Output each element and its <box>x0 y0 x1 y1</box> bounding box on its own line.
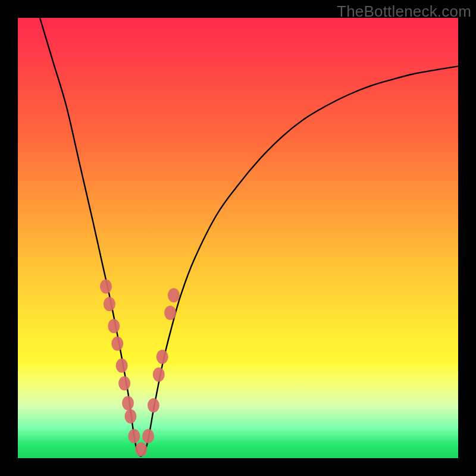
bead-point <box>122 396 134 411</box>
bead-point <box>142 429 154 443</box>
bead-point <box>111 337 123 351</box>
watermark-text: TheBottleneck.com <box>337 2 471 21</box>
bead-point <box>153 367 165 381</box>
plot-area <box>18 18 458 458</box>
bead-point <box>100 279 112 293</box>
bead-point <box>108 319 120 333</box>
bead-point <box>135 442 147 456</box>
bead-point <box>156 350 168 364</box>
chart-frame: TheBottleneck.com <box>0 0 476 476</box>
bead-point <box>128 429 140 443</box>
bead-point <box>116 359 128 373</box>
bead-point <box>168 288 180 302</box>
bead-point <box>148 398 159 412</box>
bottleneck-curve <box>40 18 458 456</box>
bead-point <box>118 376 130 390</box>
bead-point <box>104 297 115 311</box>
bead-point <box>164 306 176 320</box>
curve-layer <box>18 18 458 458</box>
bead-point <box>124 409 136 424</box>
highlight-beads <box>100 279 180 456</box>
